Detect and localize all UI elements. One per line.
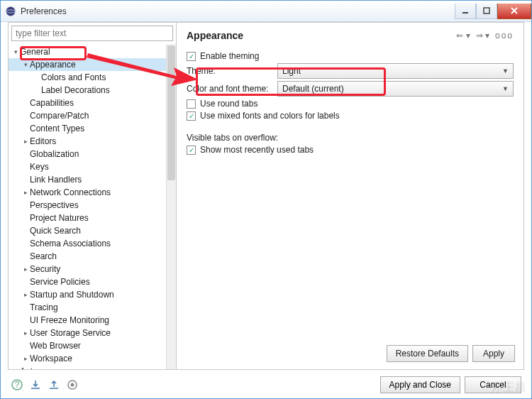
tree-item[interactable]: Label Decorations — [9, 84, 166, 97]
tree-item[interactable]: Quick Search — [9, 224, 166, 237]
tree-item[interactable]: Compare/Patch — [9, 109, 166, 122]
tree-item[interactable]: UI Freeze Monitoring — [9, 314, 166, 327]
forward-icon[interactable]: ⇒ ▾ — [476, 31, 489, 40]
page-toolbar: ⇐ ▾ ⇒ ▾ ooo — [456, 31, 514, 40]
tree-item[interactable]: Project Natures — [9, 212, 166, 224]
tree-item[interactable]: Web Browser — [9, 339, 166, 352]
tree-item[interactable]: ▾General — [9, 45, 166, 58]
apply-and-close-button[interactable]: Apply and Close — [380, 376, 460, 393]
tree-item[interactable]: ▸Network Connections — [9, 186, 166, 199]
tree-item[interactable]: Colors and Fonts — [9, 71, 166, 84]
mixed-fonts-row: Use mixed fonts and colors for labels — [187, 111, 514, 121]
back-icon[interactable]: ⇐ ▾ — [456, 31, 470, 40]
color-font-theme-combo[interactable]: Default (current) ▼ — [277, 81, 514, 97]
window-title: Preferences — [21, 6, 455, 16]
expand-icon[interactable]: ▾ — [11, 45, 20, 58]
content-area: ▾General▾AppearanceColors and FontsLabel… — [8, 22, 524, 370]
enable-theming-row: Enable theming — [187, 51, 514, 61]
scrollbar-thumb[interactable] — [167, 45, 175, 180]
svg-point-0 — [6, 6, 16, 16]
tree-item-label: Keys — [30, 160, 49, 173]
tree-item[interactable]: Keys — [9, 160, 166, 173]
tree-item[interactable]: Content Types — [9, 122, 166, 135]
enable-theming-checkbox[interactable]: Enable theming — [187, 51, 259, 61]
record-icon[interactable] — [66, 378, 79, 391]
checkbox-icon — [187, 146, 196, 155]
tree-item[interactable]: Link Handlers — [9, 173, 166, 186]
help-icon[interactable]: ? — [11, 378, 23, 391]
mru-row: Show most recently used tabs — [187, 145, 514, 155]
dialog-button-bar: ? Apply and Close Cancel — [1, 370, 531, 398]
expand-icon[interactable]: ▸ — [21, 288, 30, 301]
tree-item[interactable]: ▸User Storage Service — [9, 327, 166, 339]
page-title: Appearance — [187, 30, 243, 41]
tree-item[interactable]: Service Policies — [9, 275, 166, 288]
tree-scroll: ▾General▾AppearanceColors and FontsLabel… — [9, 44, 176, 369]
window-buttons — [455, 4, 531, 19]
tree-item-label: Perspectives — [30, 199, 79, 212]
tree-item-label: Editors — [30, 135, 56, 148]
tree-item-label: Project Natures — [30, 212, 89, 224]
tree-item-label: User Storage Service — [30, 327, 111, 339]
apply-button[interactable]: Apply — [472, 345, 515, 362]
preferences-window: Preferences ▾General▾AppearanceColors an… — [0, 0, 532, 399]
tree-item-label: Workspace — [30, 352, 72, 365]
category-pane: ▾General▾AppearanceColors and FontsLabel… — [8, 22, 177, 370]
tree-item[interactable]: Perspectives — [9, 199, 166, 212]
restore-defaults-button[interactable]: Restore Defaults — [387, 345, 468, 362]
color-font-theme-row: Color and font theme: Default (current) … — [187, 81, 514, 97]
expand-icon[interactable]: ▸ — [21, 352, 30, 365]
mixed-fonts-label: Use mixed fonts and colors for labels — [200, 111, 340, 121]
tree-item[interactable]: Tracing — [9, 301, 166, 314]
tree-item-label: Quick Search — [30, 224, 81, 237]
category-tree[interactable]: ▾General▾AppearanceColors and FontsLabel… — [9, 44, 166, 369]
color-font-theme-value: Default (current) — [282, 84, 344, 94]
import-icon[interactable] — [29, 378, 42, 391]
tree-item[interactable]: ▸Security — [9, 263, 166, 275]
tree-item-label: Content Types — [30, 122, 84, 135]
tree-item-label: Ant — [20, 365, 33, 369]
export-icon[interactable] — [48, 378, 60, 391]
theme-value: Light — [282, 66, 301, 76]
svg-text:?: ? — [15, 380, 20, 390]
tree-item[interactable]: ▸Editors — [9, 135, 166, 148]
expand-icon[interactable]: ▸ — [21, 186, 30, 199]
checkbox-icon — [187, 99, 196, 109]
tree-item-label: Security — [30, 263, 60, 275]
theme-label: Theme: — [187, 66, 277, 76]
tree-item[interactable]: Search — [9, 250, 166, 263]
round-tabs-row: Use round tabs — [187, 99, 514, 109]
maximize-button[interactable] — [476, 4, 497, 19]
tree-item[interactable]: Capabilities — [9, 97, 166, 109]
tree-item-label: Colors and Fonts — [41, 71, 106, 84]
filter-input[interactable] — [11, 26, 173, 41]
page-header: Appearance ⇐ ▾ ⇒ ▾ ooo — [187, 30, 514, 41]
expand-icon[interactable]: ▾ — [21, 58, 30, 71]
color-font-theme-label: Color and font theme: — [187, 84, 277, 94]
expand-icon[interactable]: ▸ — [21, 263, 30, 275]
cancel-button[interactable]: Cancel — [465, 376, 521, 393]
tree-item[interactable]: ▸Ant — [9, 365, 166, 369]
tree-item[interactable]: ▸Workspace — [9, 352, 166, 365]
mru-checkbox[interactable]: Show most recently used tabs — [187, 145, 314, 155]
tree-item[interactable]: ▸Startup and Shutdown — [9, 288, 166, 301]
expand-icon[interactable]: ▸ — [21, 327, 30, 339]
close-button[interactable] — [497, 4, 531, 19]
tree-item[interactable]: ▾Appearance — [9, 58, 166, 71]
svg-rect-3 — [484, 8, 489, 13]
theme-combo[interactable]: Light ▼ — [277, 63, 514, 79]
minimize-button[interactable] — [455, 4, 476, 19]
tree-item-label: Network Connections — [30, 186, 111, 199]
mixed-fonts-checkbox[interactable]: Use mixed fonts and colors for labels — [187, 111, 340, 121]
expand-icon[interactable]: ▸ — [11, 365, 20, 369]
menu-icon[interactable]: ooo — [495, 31, 514, 40]
tree-item[interactable]: Globalization — [9, 148, 166, 160]
tree-item[interactable]: Schema Associations — [9, 237, 166, 250]
tree-item-label: General — [20, 45, 50, 58]
tree-item-label: Globalization — [30, 148, 79, 160]
page-button-row: Restore Defaults Apply — [387, 345, 515, 362]
tree-scrollbar[interactable] — [166, 44, 176, 369]
expand-icon[interactable]: ▸ — [21, 135, 30, 148]
tree-item-label: Schema Associations — [30, 237, 111, 250]
round-tabs-checkbox[interactable]: Use round tabs — [187, 99, 257, 109]
